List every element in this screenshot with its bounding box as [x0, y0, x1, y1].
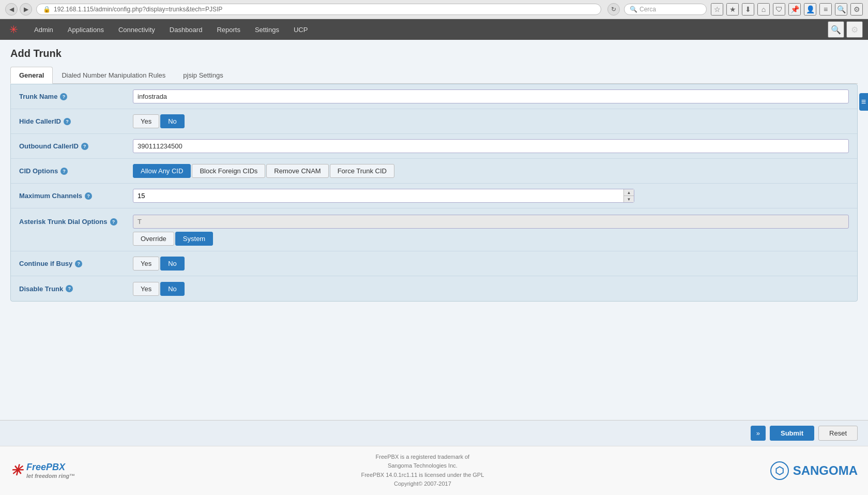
continue-if-busy-buttons: Yes No: [133, 257, 849, 271]
trunk-name-input[interactable]: [133, 89, 849, 103]
override-button[interactable]: Override: [133, 232, 174, 246]
hide-callerid-control: Yes No: [133, 114, 849, 128]
lock-icon: 🔒: [43, 6, 51, 13]
continue-if-busy-control: Yes No: [133, 257, 849, 271]
number-spinners: ▲ ▼: [623, 189, 634, 202]
pin-icon[interactable]: 📌: [788, 3, 801, 16]
cid-options-row: CID Options ? Allow Any CID Block Foreig…: [11, 159, 857, 184]
continue-if-busy-help-icon[interactable]: ?: [75, 260, 82, 267]
forward-button[interactable]: ▶: [20, 3, 32, 16]
cid-allow-any-button[interactable]: Allow Any CID: [133, 164, 191, 178]
disable-trunk-control: Yes No: [133, 282, 849, 296]
nav-settings[interactable]: Settings: [248, 21, 286, 39]
dial-options-rows: Override System: [133, 215, 849, 246]
url-text: 192.168.1.115/admin/config.php?display=t…: [54, 6, 222, 13]
footer-text-line4: Copyright© 2007-2017: [361, 479, 484, 489]
dial-options-control: Override System: [133, 215, 849, 246]
footer-text-line3: FreePBX 14.0.1rc1.11 is licensed under t…: [361, 471, 484, 480]
disable-trunk-help-icon[interactable]: ?: [66, 285, 73, 292]
bookmark-icon[interactable]: ☆: [711, 3, 723, 16]
dial-options-row: Asterisk Trunk Dial Options ? Override S…: [11, 208, 857, 251]
hide-callerid-yes-button[interactable]: Yes: [133, 114, 159, 128]
reload-button[interactable]: ↻: [607, 3, 620, 16]
browser-search-bar[interactable]: 🔍 Cerca: [624, 4, 707, 15]
arrow-button[interactable]: »: [751, 426, 766, 441]
nav-connectivity[interactable]: Connectivity: [111, 21, 162, 39]
footer: ✳ FreePBX let freedom ring™ FreePBX is a…: [0, 446, 868, 495]
nav-admin[interactable]: Admin: [27, 21, 60, 39]
settings-icon[interactable]: ⚙: [850, 3, 863, 16]
search-icon: 🔍: [630, 6, 637, 13]
browser-chrome: ◀ ▶ 🔒 192.168.1.115/admin/config.php?dis…: [0, 0, 868, 19]
cid-options-control: Allow Any CID Block Foreign CIDs Remove …: [133, 164, 849, 178]
back-button[interactable]: ◀: [5, 3, 18, 16]
home-icon[interactable]: ⌂: [757, 3, 770, 16]
freepbx-tagline: let freedom ring™: [26, 473, 75, 479]
dial-options-label: Asterisk Trunk Dial Options ?: [19, 215, 133, 226]
menu-icon[interactable]: ≡: [819, 3, 832, 16]
cid-block-foreign-button[interactable]: Block Foreign CIDs: [192, 164, 265, 178]
url-bar[interactable]: 🔒 192.168.1.115/admin/config.php?display…: [36, 4, 601, 15]
disable-trunk-yes-button[interactable]: Yes: [133, 282, 159, 296]
submit-bar: » Submit Reset: [0, 420, 868, 446]
tab-pjsip-settings[interactable]: pjsip Settings: [174, 67, 232, 83]
outbound-callerid-help-icon[interactable]: ?: [81, 143, 88, 150]
freepbx-logo: ✳: [5, 21, 22, 38]
tab-general[interactable]: General: [10, 67, 53, 84]
trunk-name-help-icon[interactable]: ?: [60, 93, 67, 100]
settings-top-icon[interactable]: ⚙: [846, 21, 863, 38]
top-navigation: ✳ Admin Applications Connectivity Dashbo…: [0, 19, 868, 40]
main-content: Add Trunk General Dialed Number Manipula…: [0, 40, 868, 420]
tab-dialed-number-manipulation[interactable]: Dialed Number Manipulation Rules: [53, 67, 174, 83]
hide-callerid-row: Hide CallerID ? Yes No: [11, 109, 857, 134]
spinner-up-button[interactable]: ▲: [623, 189, 634, 196]
sangoma-label: SANGOMA: [793, 463, 858, 478]
sangoma-logo-icon: ⬡: [775, 464, 784, 477]
dial-options-help-icon[interactable]: ?: [110, 218, 117, 226]
system-button[interactable]: System: [175, 232, 213, 246]
maximum-channels-help-icon[interactable]: ?: [85, 192, 92, 200]
dial-options-mode-buttons: Override System: [133, 232, 849, 246]
outbound-callerid-row: Outbound CallerID ?: [11, 134, 857, 159]
sangoma-branding: ⬡ SANGOMA: [770, 461, 858, 480]
disable-trunk-no-button[interactable]: No: [160, 282, 185, 296]
spinner-down-button[interactable]: ▼: [623, 196, 634, 202]
disable-trunk-label: Disable Trunk ?: [19, 285, 133, 293]
dial-options-input[interactable]: [133, 215, 849, 229]
trunk-name-row: Trunk Name ?: [11, 84, 857, 109]
top-nav-icons: 🔍 ⚙: [828, 21, 863, 38]
search-top-icon[interactable]: 🔍: [828, 21, 844, 38]
nav-ucp[interactable]: UCP: [286, 21, 315, 39]
continue-no-button[interactable]: No: [160, 257, 185, 271]
nav-applications[interactable]: Applications: [60, 21, 111, 39]
hide-callerid-help-icon[interactable]: ?: [64, 118, 71, 125]
profile-icon[interactable]: 👤: [804, 3, 816, 16]
nav-reports[interactable]: Reports: [209, 21, 248, 39]
cid-force-trunk-button[interactable]: Force Trunk CID: [330, 164, 394, 178]
reset-button[interactable]: Reset: [818, 426, 858, 441]
tab-bar: General Dialed Number Manipulation Rules…: [10, 67, 858, 84]
hide-callerid-no-button[interactable]: No: [160, 114, 185, 128]
bookmark2-icon[interactable]: ★: [726, 3, 739, 16]
search-nav-icon[interactable]: 🔍: [835, 3, 847, 16]
sidebar-toggle-button[interactable]: ≡: [859, 93, 868, 111]
disable-trunk-row: Disable Trunk ? Yes No: [11, 276, 857, 301]
freepbx-star-icon: ✳: [10, 462, 22, 479]
outbound-callerid-input[interactable]: [133, 139, 849, 153]
page-title: Add Trunk: [10, 48, 858, 59]
submit-button[interactable]: Submit: [770, 426, 814, 441]
maximum-channels-row: Maximum Channels ? ▲ ▼: [11, 184, 857, 208]
continue-yes-button[interactable]: Yes: [133, 257, 159, 271]
cid-options-help-icon[interactable]: ?: [60, 168, 68, 175]
form-panel: Trunk Name ? Hide CallerID ? Yes No: [10, 84, 858, 302]
outbound-callerid-control: [133, 139, 849, 153]
cid-options-buttons: Allow Any CID Block Foreign CIDs Remove …: [133, 164, 849, 178]
freepbx-branding: FreePBX let freedom ring™: [26, 462, 75, 479]
maximum-channels-input[interactable]: [133, 189, 634, 203]
shield-icon[interactable]: 🛡: [773, 3, 785, 16]
cid-remove-cnam-button[interactable]: Remove CNAM: [266, 164, 328, 178]
cid-options-label: CID Options ?: [19, 167, 133, 175]
nav-dashboard[interactable]: Dashboard: [162, 21, 210, 39]
download-icon[interactable]: ⬇: [742, 3, 754, 16]
freepbx-name: FreePBX: [26, 462, 75, 473]
